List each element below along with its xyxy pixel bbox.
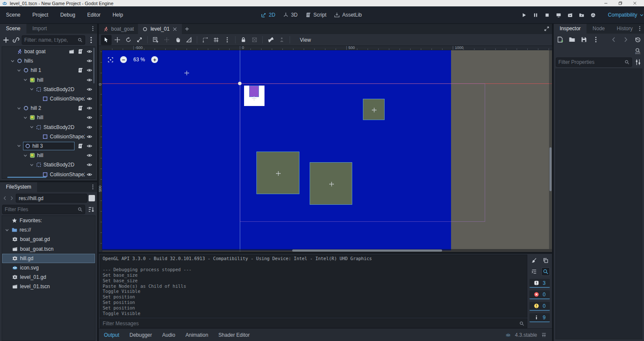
mode-script-button[interactable]: Script [305,12,327,18]
tab-history[interactable]: History [611,24,638,34]
scene-tree-row[interactable]: hill [2,151,95,160]
inspector-filter-input[interactable] [558,59,623,65]
collapse-arrow-icon[interactable] [17,106,21,111]
scene-tree-row[interactable]: CollisionShape2D [2,94,95,103]
position-gizmo-icon[interactable] [184,70,190,76]
bottom-tab-shader-editor[interactable]: Shader Editor [218,332,250,338]
pause-button[interactable] [530,10,541,20]
visibility-toggle-icon[interactable] [86,172,92,178]
tab-node[interactable]: Node [586,24,611,34]
close-button[interactable] [627,0,642,6]
sort-files-button[interactable] [87,206,95,213]
skeleton-tool-button[interactable] [276,35,287,45]
scene-tab-level_01[interactable]: level_01 [138,24,182,34]
rotate-tool-button[interactable] [123,35,134,45]
lock-tool-button[interactable] [238,35,249,45]
collapse-arrow-icon[interactable] [29,87,34,92]
visibility-toggle-icon[interactable] [86,67,92,73]
scene-tab-boat_goat[interactable]: boat_goat [99,24,138,34]
movie-folder-button[interactable] [576,10,587,20]
output-collapse-button[interactable] [530,268,538,275]
visibility-toggle-icon[interactable] [86,152,92,158]
visibility-toggle-icon[interactable] [86,77,92,83]
close-tab-icon[interactable] [172,26,178,32]
smart-snap-tool-button[interactable] [200,35,210,45]
scene-tree-row[interactable]: hill 1 [2,66,95,75]
save-button[interactable] [581,36,587,43]
position-gizmo-icon[interactable] [276,171,281,176]
error-badge-filter-toggle[interactable]: 0 [529,290,550,299]
scene-dock-menu-button[interactable] [90,26,96,32]
zoom-level[interactable]: 63 % [133,57,145,63]
bottom-tab-debugger[interactable]: Debugger [129,332,152,338]
minimize-button[interactable] [598,0,613,6]
collapse-arrow-icon[interactable] [5,228,9,232]
scene-tree-row[interactable]: StaticBody2D [2,123,95,132]
open-folder-button[interactable] [569,36,575,43]
center-view-icon[interactable] [107,57,114,63]
new-resource-button[interactable] [557,36,564,43]
visibility-toggle-icon[interactable] [86,96,92,102]
file-row[interactable]: Favorites: [2,216,95,225]
hill-platform-node[interactable] [310,162,352,205]
collapse-arrow-icon[interactable] [23,153,28,158]
menu-debug[interactable]: Debug [54,12,81,18]
history-back-button[interactable] [2,195,8,201]
mode-3d-button[interactable]: 3D [283,12,297,18]
collapse-arrow-icon[interactable] [23,77,28,82]
expand-bottom-panel-icon[interactable] [541,332,547,338]
scene-tree-row[interactable]: hill 3 [2,141,95,151]
menu-project[interactable]: Project [26,12,54,18]
current-path-input[interactable] [19,195,84,201]
file-row[interactable]: boat_goat.gd [2,235,95,244]
scale-tool-button[interactable] [134,35,145,45]
file-row[interactable]: boat_goat.tscn [2,244,95,254]
scene-tree-row[interactable]: hills [2,56,95,66]
stop-button[interactable] [542,10,552,20]
history-button[interactable] [634,36,641,43]
mode-2d-button[interactable]: 2D [261,12,275,18]
group-tool-button[interactable] [249,35,260,45]
visibility-toggle-icon[interactable] [86,58,92,64]
zoom-in-button[interactable]: + [151,56,158,63]
visibility-toggle-icon[interactable] [86,124,92,130]
info-badge-filter-toggle[interactable]: 9 [529,313,550,322]
visibility-toggle-icon[interactable] [86,105,92,111]
tab-inspector[interactable]: Inspector [554,24,586,34]
bottom-tab-animation[interactable]: Animation [185,332,208,338]
bottom-tab-output[interactable]: Output [104,332,119,338]
collapse-arrow-icon[interactable] [23,115,28,120]
history-forward-button[interactable] [9,195,14,201]
collapse-arrow-icon[interactable] [29,163,34,167]
view-menu-button[interactable]: View [294,37,316,43]
list-select-tool-button[interactable] [150,35,161,45]
restore-button[interactable] [613,0,627,6]
origin-handle[interactable] [238,82,242,85]
scene-tree-scrollbar[interactable] [93,48,95,83]
warn-badge-filter-toggle[interactable]: 0 [529,302,550,311]
scene-tree-row[interactable]: boat goat [2,47,95,56]
renderer-selector[interactable]: Compatibility [608,12,644,18]
file-row[interactable]: level_01.tscn [2,282,95,291]
alert-badge-filter-toggle[interactable]: 3 [529,279,550,288]
position-gizmo-icon[interactable] [329,181,334,187]
file-row[interactable]: hill.gd [2,254,95,263]
dots-button[interactable] [592,36,599,43]
new-scene-tab-button[interactable] [182,24,192,34]
visibility-toggle-icon[interactable] [86,86,92,92]
visibility-toggle-icon[interactable] [86,49,92,54]
output-filter-input[interactable] [103,321,517,327]
collapse-arrow-icon[interactable] [10,59,15,63]
mode-assetlib-button[interactable]: AssetLib [334,12,362,18]
bone-tool-button[interactable] [265,35,276,45]
bottom-tab-audio[interactable]: Audio [162,332,175,338]
instantiate-scene-button[interactable] [12,36,20,44]
position-gizmo-icon[interactable] [371,107,377,113]
scene-tree-row[interactable]: CollisionShape2D [2,132,95,141]
canvas-vscrollbar[interactable] [549,50,552,249]
menu-editor[interactable]: Editor [81,12,106,18]
output-copy-button[interactable] [542,257,549,264]
hill-platform-node[interactable] [256,152,299,194]
inspector-dock-menu-button[interactable] [637,26,643,32]
move-tool-button[interactable] [112,35,123,45]
